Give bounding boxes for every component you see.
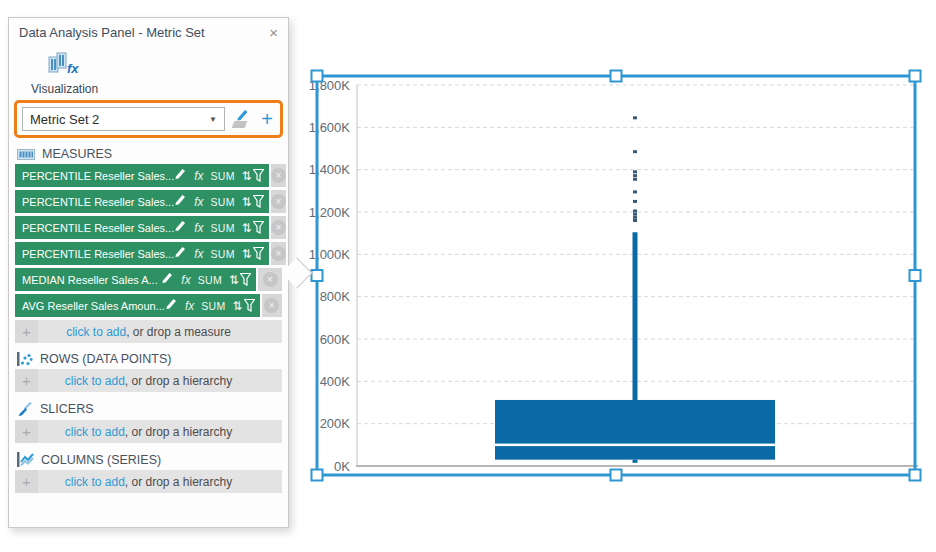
y-tick-label: 1,000K xyxy=(309,247,351,262)
boxplot-outlier-point[interactable] xyxy=(633,190,637,193)
add-measure-row[interactable]: + click to add, or drop a measure xyxy=(15,320,282,343)
funnel-icon xyxy=(253,169,264,182)
selection-handle[interactable] xyxy=(910,270,921,281)
sort-filter-icon[interactable]: ⇅ xyxy=(242,247,264,261)
fx-formula-icon[interactable]: fx xyxy=(194,195,203,209)
panel-title: Data Analysis Panel - Metric Set xyxy=(19,25,205,40)
measure-chip-row: PERCENTILE Reseller Sales... fx SUM ⇅ xyxy=(15,164,282,187)
aggregation-label[interactable]: SUM xyxy=(201,300,225,312)
boxplot-chart[interactable]: 0K200K400K600K800K1,000K1,200K1,400K1,60… xyxy=(300,60,932,500)
fx-formula-icon[interactable]: fx xyxy=(185,299,194,313)
funnel-icon xyxy=(253,247,264,260)
remove-measure-button[interactable]: × xyxy=(271,164,286,187)
close-icon: × xyxy=(264,298,279,313)
columns-header: COLUMNS (SERIES) xyxy=(17,452,280,467)
pencil-icon[interactable] xyxy=(174,168,187,183)
visualization-tool[interactable]: fx Visualization xyxy=(31,50,97,96)
click-to-add-column-link[interactable]: click to add xyxy=(65,475,125,489)
data-analysis-panel: Data Analysis Panel - Metric Set × fx Vi… xyxy=(8,17,289,528)
remove-measure-button[interactable]: × xyxy=(258,268,282,291)
edit-metric-set-button[interactable] xyxy=(232,109,252,129)
visualization-label: Visualization xyxy=(31,82,97,96)
boxplot-outlier-point[interactable] xyxy=(633,174,637,177)
fx-formula-icon[interactable]: fx xyxy=(181,273,190,287)
selection-handle[interactable] xyxy=(611,470,622,481)
measure-chip-label: PERCENTILE Reseller Sales... xyxy=(22,248,174,260)
measure-chip[interactable]: MEDIAN Reseller Sales A... fx SUM ⇅ xyxy=(15,268,256,291)
remove-measure-button[interactable]: × xyxy=(262,294,282,317)
y-tick-label: 200K xyxy=(320,416,351,431)
add-column-row[interactable]: + click to add, or drop a hierarchy xyxy=(15,470,282,493)
fx-formula-icon[interactable]: fx xyxy=(194,221,203,235)
click-to-add-slicer-link[interactable]: click to add xyxy=(65,425,125,439)
selection-handle[interactable] xyxy=(611,71,622,82)
remove-measure-button[interactable]: × xyxy=(271,242,286,265)
boxplot-outlier-point[interactable] xyxy=(633,150,637,153)
fx-formula-icon[interactable]: fx xyxy=(194,247,203,261)
selection-handle[interactable] xyxy=(910,470,921,481)
y-tick-label: 800K xyxy=(320,289,351,304)
measure-chip[interactable]: PERCENTILE Reseller Sales... fx SUM ⇅ xyxy=(15,242,269,265)
aggregation-label[interactable]: SUM xyxy=(211,222,235,234)
add-slicer-row[interactable]: + click to add, or drop a hierarchy xyxy=(15,420,282,443)
measure-chip-row: MEDIAN Reseller Sales A... fx SUM ⇅ × xyxy=(15,268,282,291)
measure-chip[interactable]: AVG Reseller Sales Amoun... fx SUM ⇅ xyxy=(15,294,260,317)
metric-set-dropdown[interactable]: Metric Set 2 ▼ xyxy=(22,107,225,131)
plus-icon: + xyxy=(15,470,38,493)
measure-chip-row: PERCENTILE Reseller Sales... fx SUM ⇅ xyxy=(15,190,282,213)
aggregation-label[interactable]: SUM xyxy=(211,196,235,208)
metric-set-highlight: Metric Set 2 ▼ + xyxy=(14,100,283,138)
click-to-add-rows-link[interactable]: click to add xyxy=(65,374,125,388)
aggregation-label[interactable]: SUM xyxy=(198,274,222,286)
pencil-icon[interactable] xyxy=(174,246,187,261)
sort-filter-icon[interactable]: ⇅ xyxy=(232,299,254,313)
selection-handle[interactable] xyxy=(910,71,921,82)
measure-chip[interactable]: PERCENTILE Reseller Sales... fx SUM ⇅ xyxy=(15,216,269,239)
measure-chip-label: AVG Reseller Sales Amoun... xyxy=(22,300,165,312)
boxplot-outlier-point[interactable] xyxy=(633,116,637,119)
close-icon[interactable]: × xyxy=(269,25,278,40)
measure-chip-row: PERCENTILE Reseller Sales... fx SUM ⇅ xyxy=(15,216,282,239)
remove-measure-button[interactable]: × xyxy=(271,216,286,239)
drop-measure-hint: , or drop a measure xyxy=(126,325,231,339)
boxplot-outlier-point[interactable] xyxy=(633,209,637,212)
sort-arrows-icon: ⇅ xyxy=(242,221,252,235)
pencil-icon[interactable] xyxy=(174,220,187,235)
close-icon: × xyxy=(271,168,286,183)
sort-filter-icon[interactable]: ⇅ xyxy=(242,169,264,183)
sort-filter-icon[interactable]: ⇅ xyxy=(242,195,264,209)
remove-measure-button[interactable]: × xyxy=(271,190,286,213)
plus-icon: + xyxy=(15,369,38,392)
sort-filter-icon[interactable]: ⇅ xyxy=(229,273,251,287)
pencil-icon[interactable] xyxy=(161,272,174,287)
selection-handle[interactable] xyxy=(312,470,323,481)
selection-handle[interactable] xyxy=(312,270,323,281)
close-icon: × xyxy=(271,194,286,209)
boxplot-outlier-point[interactable] xyxy=(633,219,637,222)
pencil-icon[interactable] xyxy=(174,194,187,209)
boxplot-outlier-point[interactable] xyxy=(633,213,637,216)
metric-set-selected-value: Metric Set 2 xyxy=(30,112,99,127)
sort-arrows-icon: ⇅ xyxy=(242,195,252,209)
aggregation-label[interactable]: SUM xyxy=(211,248,235,260)
measures-list: PERCENTILE Reseller Sales... fx SUM ⇅ xyxy=(9,164,288,317)
fx-formula-icon[interactable]: fx xyxy=(194,169,203,183)
aggregation-label[interactable]: SUM xyxy=(211,170,235,182)
boxplot-outlier-point[interactable] xyxy=(633,178,637,181)
drop-column-hint: , or drop a hierarchy xyxy=(125,475,232,489)
add-rows-hierarchy-row[interactable]: + click to add, or drop a hierarchy xyxy=(15,369,282,392)
boxplot-outlier-point[interactable] xyxy=(633,216,637,219)
boxplot-outlier-point[interactable] xyxy=(633,200,637,203)
pencil-icon[interactable] xyxy=(165,298,178,313)
close-icon: × xyxy=(263,272,278,287)
boxplot-outlier-point[interactable] xyxy=(633,170,637,173)
click-to-add-measure-link[interactable]: click to add xyxy=(66,325,126,339)
selection-handle[interactable] xyxy=(312,71,323,82)
measure-chip[interactable]: PERCENTILE Reseller Sales... fx SUM ⇅ xyxy=(15,164,269,187)
measure-chip[interactable]: PERCENTILE Reseller Sales... fx SUM ⇅ xyxy=(15,190,269,213)
sort-filter-icon[interactable]: ⇅ xyxy=(242,221,264,235)
boxplot-box[interactable] xyxy=(495,400,775,460)
chevron-down-icon: ▼ xyxy=(209,115,217,124)
add-metric-set-button[interactable]: + xyxy=(259,110,275,128)
measure-chip-row: PERCENTILE Reseller Sales... fx SUM ⇅ xyxy=(15,242,282,265)
